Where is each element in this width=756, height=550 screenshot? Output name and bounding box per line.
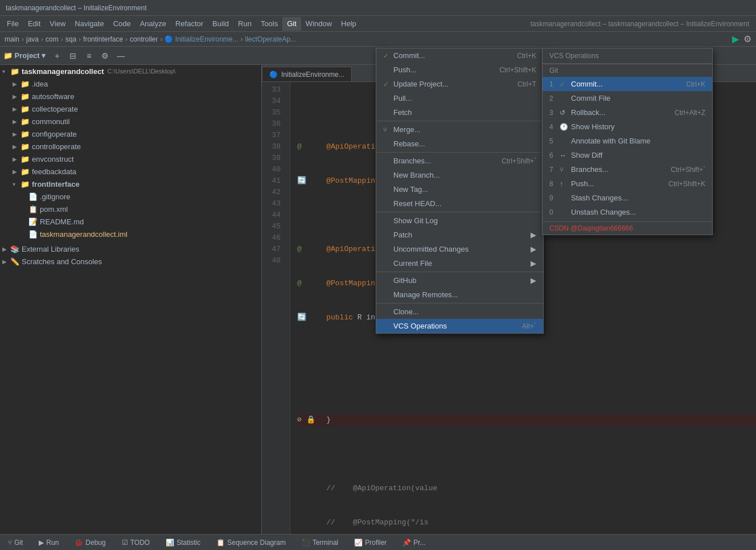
status-tab-statistic[interactable]: 📊 Statistic [162, 537, 204, 548]
git-github[interactable]: GitHub ▶ [376, 273, 543, 288]
breadcrumb-main[interactable]: main [5, 35, 19, 43]
vcs-unstash[interactable]: 0 Unstash Changes... [543, 205, 712, 219]
tree-external-libs[interactable]: ▶ 📚 External Libraries [0, 243, 261, 255]
tree-idea[interactable]: ▶ 📁 .idea [0, 77, 261, 90]
todo-status-icon: ☑ [122, 539, 128, 547]
menu-git[interactable]: Git [282, 17, 301, 31]
git-commit[interactable]: ✓ Commit... Ctrl+K [376, 48, 543, 63]
git-push[interactable]: Push... Ctrl+Shift+K [376, 63, 543, 77]
tree-feedbackdata[interactable]: ▶ 📁 feedbackdata [0, 165, 261, 178]
toolbar-add[interactable]: + [50, 49, 64, 63]
tree-envconstruct-icon: 📁 [20, 155, 30, 163]
vcs-show-history[interactable]: 4 🕐 Show History [543, 120, 712, 134]
tab-initialize[interactable]: 🔵 InitializeEnvironme... [262, 67, 352, 81]
status-tab-terminal[interactable]: ⬛ Terminal [298, 537, 342, 548]
breadcrumb-frontinterface[interactable]: frontinterface [83, 35, 123, 43]
run-button[interactable]: ▶ [732, 34, 739, 44]
breadcrumb-file[interactable]: 🔵 InitializeEnvironme... [165, 35, 238, 43]
vcs-show-diff[interactable]: 6 ↔ Show Diff [543, 148, 712, 162]
tree-root[interactable]: ▾ 📁 taskmanagerandcollect C:\Users\DELL\… [0, 65, 261, 77]
git-rebase[interactable]: Rebase... [376, 137, 543, 151]
line-numbers: 33 34 35 36 37 38 39 40 41 42 43 44 45 4… [262, 82, 290, 534]
breadcrumb-com[interactable]: com [46, 35, 59, 43]
tree-configoperate[interactable]: ▶ 📁 configoperate [0, 128, 261, 140]
menu-file[interactable]: File [2, 17, 23, 31]
breadcrumb-controller[interactable]: controller [130, 35, 158, 43]
vcs-branches[interactable]: 7 ⑂ Branches... Ctrl+Shift+` [543, 162, 712, 177]
sequence-status-icon: 📋 [216, 539, 225, 547]
git-fetch[interactable]: Fetch [376, 105, 543, 120]
tree-iml[interactable]: 📄 taskmanagerandcollect.iml [0, 228, 261, 240]
status-tab-todo[interactable]: ☑ TODO [118, 537, 153, 548]
vcs-rollback[interactable]: 3 ↺ Rollback... Ctrl+Alt+Z [543, 105, 712, 120]
tree-readme[interactable]: 📝 README.md [0, 215, 261, 228]
tree-gitignore[interactable]: 📄 .gitignore [0, 190, 261, 203]
status-tab-sequence[interactable]: 📋 Sequence Diagram [213, 537, 289, 548]
vcs-push[interactable]: 8 ↑ Push... Ctrl+Shift+K [543, 177, 712, 191]
git-new-tag[interactable]: New Tag... [376, 182, 543, 196]
git-clone[interactable]: Clone... [376, 305, 543, 319]
git-reset-head[interactable]: Reset HEAD... [376, 196, 543, 211]
toolbar-collapse[interactable]: ⊟ [66, 49, 80, 63]
menu-help[interactable]: Help [336, 17, 361, 31]
menu-build[interactable]: Build [208, 17, 233, 31]
tree-feedbackdata-label: feedbackdata [32, 167, 76, 176]
tree-controlloperate[interactable]: ▶ 📁 controlloperate [0, 140, 261, 153]
git-branches[interactable]: Branches... Ctrl+Shift+` [376, 154, 543, 168]
menu-view[interactable]: View [45, 17, 70, 31]
toolbar-expand[interactable]: ≡ [82, 49, 96, 63]
breadcrumb-java[interactable]: java [26, 35, 39, 43]
vcs-stash[interactable]: 9 Stash Changes... [543, 191, 712, 205]
toolbar-settings[interactable]: ⚙ [98, 49, 112, 63]
git-current-file[interactable]: Current File ▶ [376, 256, 543, 270]
tree-autosoftware-icon: 📁 [20, 92, 30, 101]
menu-edit[interactable]: Edit [23, 17, 45, 31]
menu-run[interactable]: Run [233, 17, 256, 31]
git-show-log[interactable]: Show Git Log [376, 214, 543, 228]
line-34-gutter-icon: @ [297, 141, 309, 153]
tree-collectoperate[interactable]: ▶ 📁 collectoperate [0, 102, 261, 115]
git-manage-remotes[interactable]: Manage Remotes... [376, 288, 543, 302]
vcs-commit[interactable]: 1 ✓ Commit... Ctrl+K [543, 77, 712, 91]
tree-scratches[interactable]: ▶ ✏️ Scratches and Consoles [0, 255, 261, 268]
vcs-commit-file[interactable]: 2 Commit File [543, 91, 712, 105]
git-patch[interactable]: Patch ▶ [376, 228, 543, 242]
toolbar-minimize[interactable]: — [114, 49, 128, 63]
debug-tab-label: Debug [85, 539, 105, 547]
status-tab-more[interactable]: 📌 Pr... [399, 537, 429, 548]
menu-navigate[interactable]: Navigate [70, 17, 108, 31]
tree-autosoftware[interactable]: ▶ 📁 autosoftware [0, 90, 261, 102]
tree-frontinterface[interactable]: ▾ 📁 frontInterface [0, 178, 261, 190]
menu-analyze[interactable]: Analyze [135, 17, 171, 31]
tree-root-arrow: ▾ [2, 68, 10, 75]
menu-tools[interactable]: Tools [256, 17, 282, 31]
tree-envconstruct[interactable]: ▶ 📁 envconstruct [0, 153, 261, 165]
vcs-num-6: 6 [549, 151, 560, 159]
git-pull-label: Pull... [393, 94, 412, 102]
vcs-annotate[interactable]: 5 Annotate with Git Blame [543, 134, 712, 148]
status-tab-debug[interactable]: 🐞 Debug [71, 537, 109, 548]
tree-pom[interactable]: 📋 pom.xml [0, 203, 261, 215]
menu-refactor[interactable]: Refactor [171, 17, 208, 31]
status-tab-run[interactable]: ▶ Run [35, 537, 62, 548]
settings-button[interactable]: ⚙ [743, 34, 751, 44]
sequence-tab-label: Sequence Diagram [227, 539, 286, 547]
menu-window[interactable]: Window [301, 17, 336, 31]
git-clone-label: Clone... [393, 307, 419, 316]
tree-frontinterface-icon: 📁 [20, 180, 30, 188]
git-pull[interactable]: Pull... [376, 91, 543, 105]
git-uncommitted-changes[interactable]: Uncommitted Changes ▶ [376, 242, 543, 256]
tree-commonutil[interactable]: ▶ 📁 commonutil [0, 115, 261, 128]
tree-frontinterface-label: frontInterface [32, 180, 80, 188]
git-vcs-operations[interactable]: VCS Operations Alt+` [376, 319, 543, 333]
status-tab-profiler[interactable]: 📈 Profiler [351, 537, 390, 548]
git-update-project[interactable]: ✓ Update Project... Ctrl+T [376, 77, 543, 91]
git-new-branch[interactable]: New Branch... [376, 168, 543, 182]
breadcrumb-sqa[interactable]: sqa [65, 35, 76, 43]
tree-root-path: C:\Users\DELL\Desktop\ [108, 68, 176, 75]
status-tab-git[interactable]: ⑂ Git [5, 537, 26, 548]
git-merge[interactable]: ⑂ Merge... [376, 122, 543, 137]
breadcrumb-class[interactable]: llectOperateAp... [245, 35, 296, 43]
vcs-push-icon: ↑ [560, 180, 571, 188]
menu-code[interactable]: Code [109, 17, 135, 31]
